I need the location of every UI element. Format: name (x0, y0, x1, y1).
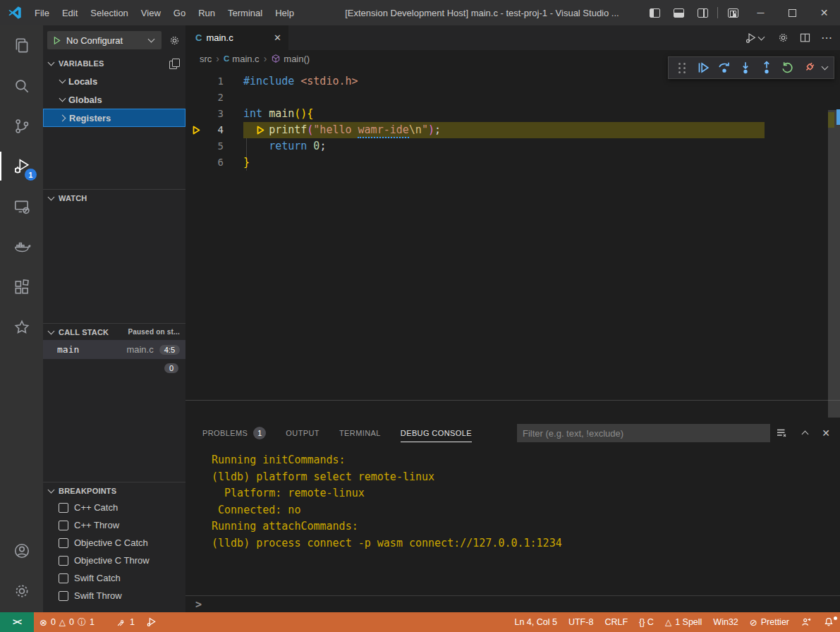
checkbox-unchecked[interactable] (59, 556, 68, 566)
status-item--c[interactable]: {} C (633, 612, 659, 632)
editor-gutter[interactable]: 3 (185, 106, 243, 122)
run-or-debug-button[interactable] (745, 32, 767, 44)
toolbar-drag-grip[interactable] (671, 57, 693, 78)
console-input-row[interactable]: > (185, 595, 840, 612)
code-line[interactable]: 6} (185, 154, 840, 171)
docker-icon[interactable] (0, 226, 43, 267)
customize-layout-icon[interactable] (721, 0, 745, 25)
close-panel-icon[interactable]: ✕ (822, 427, 830, 439)
toggle-panel-icon[interactable] (666, 0, 690, 25)
source-control-icon[interactable] (0, 106, 43, 146)
remote-indicator[interactable]: >< (0, 612, 34, 632)
launch-config-gear-icon[interactable] (169, 35, 181, 47)
breakpoint-row[interactable]: C++ Throw (43, 516, 185, 534)
panel-tab-terminal[interactable]: TERMINAL (339, 418, 381, 449)
panel-tab-debug-console[interactable]: DEBUG CONSOLE (401, 418, 472, 449)
code-line[interactable]: 5 return 0; (185, 138, 840, 154)
remote-explorer-icon[interactable] (0, 186, 43, 226)
minimize-button[interactable]: ─ (745, 0, 777, 25)
variables-item-registers[interactable]: Registers (43, 109, 185, 127)
breakpoint-row[interactable]: Objective C Throw (43, 552, 185, 569)
debug-config-dropdown[interactable]: No Configurat (47, 31, 162, 49)
continue-icon[interactable] (693, 57, 714, 78)
tab-main-c[interactable]: C main.c ✕ (185, 25, 288, 50)
watch-header[interactable]: WATCH (43, 189, 185, 206)
start-debug-icon[interactable] (51, 35, 62, 46)
breakpoint-row[interactable]: C++ Catch (43, 499, 185, 516)
chevron-down-icon[interactable] (820, 62, 831, 73)
more-actions-icon[interactable]: ⋯ (821, 31, 833, 44)
breakpoint-row[interactable]: Swift Throw (43, 587, 185, 604)
menu-edit[interactable]: Edit (56, 0, 84, 25)
breadcrumb-symbol[interactable]: main() (284, 54, 310, 64)
variables-item-globals[interactable]: Globals (43, 90, 185, 109)
menu-selection[interactable]: Selection (84, 0, 134, 25)
editor-gutter[interactable]: 4 (185, 122, 243, 138)
notifications-bell-icon[interactable] (817, 612, 840, 632)
copy-icon[interactable] (169, 58, 180, 69)
menu-file[interactable]: File (28, 0, 56, 25)
problems-status[interactable]: 0 0 1 (34, 612, 100, 632)
status-item-1-spell[interactable]: 1 Spell (659, 612, 707, 632)
editor-gutter[interactable]: 1 (185, 73, 243, 90)
editor-gutter[interactable]: 6 (185, 154, 243, 171)
panel-tab-problems[interactable]: PROBLEMS1 (202, 418, 266, 449)
split-editor-icon[interactable] (799, 32, 811, 44)
run-and-debug-icon[interactable]: 1 (0, 146, 43, 186)
accounts-icon[interactable] (0, 530, 43, 571)
checkbox-unchecked[interactable] (59, 573, 68, 583)
editor-settings-gear-icon[interactable] (777, 32, 789, 44)
status-item-prettier[interactable]: Prettier (744, 612, 795, 632)
star-icon[interactable] (0, 307, 43, 347)
tab-close-icon[interactable]: ✕ (274, 32, 281, 43)
breakpoints-header[interactable]: BREAKPOINTS (43, 482, 185, 499)
maximize-panel-icon[interactable] (799, 427, 810, 439)
code-editor[interactable]: 1#include <stdio.h>23int main(){4 printf… (185, 67, 840, 418)
checkbox-unchecked[interactable] (59, 591, 68, 601)
toggle-sidebar-icon[interactable] (643, 0, 666, 25)
clear-console-icon[interactable] (775, 427, 788, 439)
status-item-crlf[interactable]: CRLF (599, 612, 633, 632)
debug-status-icon[interactable] (140, 612, 163, 632)
vertical-scrollbar[interactable] (828, 110, 840, 418)
code-line[interactable]: 2 (185, 90, 840, 106)
step-out-icon[interactable] (756, 57, 777, 78)
checkbox-unchecked[interactable] (59, 521, 68, 530)
restart-icon[interactable] (777, 57, 798, 78)
explorer-icon[interactable] (0, 25, 43, 66)
toggle-secondary-sidebar-icon[interactable] (690, 0, 714, 25)
call-stack-header[interactable]: CALL STACK Paused on st... (43, 323, 185, 340)
variables-header[interactable]: VARIABLES (43, 55, 185, 72)
stack-frame-row[interactable]: main main.c 4:5 (43, 340, 185, 359)
status-item-win32[interactable]: Win32 (707, 612, 743, 632)
panel-tab-output[interactable]: OUTPUT (286, 418, 319, 449)
status-item-ln-4-col-5[interactable]: Ln 4, Col 5 (509, 612, 562, 632)
console-filter-input[interactable] (517, 424, 770, 442)
menu-go[interactable]: Go (167, 0, 192, 25)
menu-terminal[interactable]: Terminal (221, 0, 269, 25)
variables-item-locals[interactable]: Locals (43, 72, 185, 90)
editor-gutter[interactable]: 5 (185, 138, 243, 154)
menu-run[interactable]: Run (192, 0, 221, 25)
search-icon[interactable] (0, 66, 43, 106)
step-over-icon[interactable] (714, 57, 735, 78)
breakpoint-row[interactable]: Swift Catch (43, 569, 185, 587)
menu-help[interactable]: Help (269, 0, 300, 25)
ports-status[interactable]: 1 (110, 612, 140, 632)
close-button[interactable]: ✕ (808, 0, 840, 25)
checkbox-unchecked[interactable] (59, 503, 68, 513)
editor-gutter[interactable]: 2 (185, 90, 243, 106)
disconnect-icon[interactable] (798, 57, 820, 78)
step-into-icon[interactable] (735, 57, 756, 78)
maximize-button[interactable] (777, 0, 808, 25)
extensions-icon[interactable] (0, 267, 43, 307)
breakpoint-row[interactable]: Objective C Catch (43, 534, 185, 552)
feedback-icon[interactable] (795, 612, 817, 632)
checkbox-unchecked[interactable] (59, 538, 68, 548)
breadcrumb-folder[interactable]: src (200, 54, 212, 64)
code-line[interactable]: 4 printf("hello wamr-ide\n"); (185, 122, 840, 138)
settings-gear-icon[interactable] (0, 571, 43, 611)
status-item-utf-8[interactable]: UTF-8 (563, 612, 599, 632)
code-line[interactable]: 3int main(){ (185, 106, 840, 122)
breadcrumb-file[interactable]: main.c (232, 54, 259, 64)
